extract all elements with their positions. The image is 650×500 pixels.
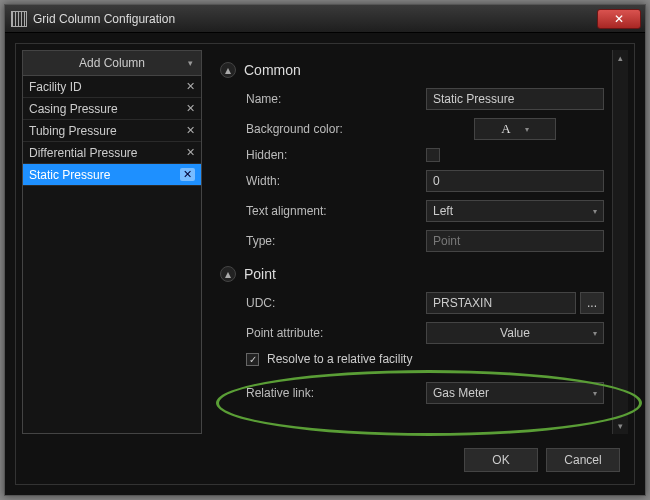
column-item-facility-id[interactable]: Facility ID ✕ <box>23 76 201 98</box>
column-list-pane: Add Column ▾ Facility ID ✕ Casing Pressu… <box>22 50 202 434</box>
column-item-static-pressure[interactable]: Static Pressure ✕ <box>23 164 201 186</box>
align-value: Left <box>433 204 453 218</box>
hidden-label: Hidden: <box>246 148 426 162</box>
name-label: Name: <box>246 92 426 106</box>
font-color-icon: A <box>501 121 510 137</box>
remove-column-icon[interactable]: ✕ <box>186 146 195 159</box>
column-item-differential-pressure[interactable]: Differential Pressure ✕ <box>23 142 201 164</box>
scroll-down-icon[interactable]: ▾ <box>614 419 628 433</box>
window-title: Grid Column Configuration <box>33 12 597 26</box>
add-column-button[interactable]: Add Column ▾ <box>22 50 202 76</box>
chevron-down-icon: ▾ <box>593 207 597 216</box>
chevron-up-icon: ▴ <box>225 63 231 77</box>
chevron-up-icon: ▴ <box>225 267 231 281</box>
name-input[interactable] <box>426 88 604 110</box>
scroll-track[interactable] <box>613 66 628 418</box>
collapse-toggle[interactable]: ▴ <box>220 266 236 282</box>
type-label: Type: <box>246 234 426 248</box>
width-label: Width: <box>246 174 426 188</box>
width-input[interactable] <box>426 170 604 192</box>
bg-color-label: Background color: <box>246 122 426 136</box>
udc-input[interactable] <box>426 292 576 314</box>
common-heading: Common <box>244 62 301 78</box>
vertical-scrollbar[interactable]: ▴ ▾ <box>612 50 628 434</box>
align-label: Text alignment: <box>246 204 426 218</box>
remove-column-icon[interactable]: ✕ <box>180 168 195 181</box>
scroll-up-icon[interactable]: ▴ <box>614 51 628 65</box>
cancel-button[interactable]: Cancel <box>546 448 620 472</box>
content-frame: Add Column ▾ Facility ID ✕ Casing Pressu… <box>15 43 635 485</box>
column-item-casing-pressure[interactable]: Casing Pressure ✕ <box>23 98 201 120</box>
point-attr-value: Value <box>500 326 530 340</box>
app-icon <box>11 11 27 27</box>
dialog-window: Grid Column Configuration ✕ Add Column ▾… <box>4 4 646 496</box>
close-button[interactable]: ✕ <box>597 9 641 29</box>
dialog-body: Add Column ▾ Facility ID ✕ Casing Pressu… <box>5 33 645 495</box>
close-icon: ✕ <box>614 12 624 26</box>
column-item-label: Tubing Pressure <box>29 124 186 138</box>
column-item-label: Differential Pressure <box>29 146 186 160</box>
chevron-down-icon: ▾ <box>593 389 597 398</box>
remove-column-icon[interactable]: ✕ <box>186 124 195 137</box>
properties-pane: ▴ Common Name: Background color: A ▾ <box>212 50 628 434</box>
column-list: Facility ID ✕ Casing Pressure ✕ Tubing P… <box>22 76 202 434</box>
udc-browse-button[interactable]: ... <box>580 292 604 314</box>
relative-link-value: Gas Meter <box>433 386 489 400</box>
align-combo[interactable]: Left ▾ <box>426 200 604 222</box>
common-form: Name: Background color: A ▾ Hidden: Widt… <box>246 88 604 252</box>
point-attr-label: Point attribute: <box>246 326 426 340</box>
udc-label: UDC: <box>246 296 426 310</box>
chevron-down-icon: ▾ <box>188 58 193 68</box>
column-item-label: Static Pressure <box>29 168 180 182</box>
chevron-down-icon: ▾ <box>593 329 597 338</box>
relative-link-label: Relative link: <box>246 386 426 400</box>
add-column-label: Add Column <box>79 56 145 70</box>
resolve-checkbox[interactable]: ✓ <box>246 353 259 366</box>
point-attr-combo[interactable]: Value ▾ <box>426 322 604 344</box>
collapse-toggle[interactable]: ▴ <box>220 62 236 78</box>
hidden-checkbox[interactable] <box>426 148 440 162</box>
remove-column-icon[interactable]: ✕ <box>186 102 195 115</box>
remove-column-icon[interactable]: ✕ <box>186 80 195 93</box>
ok-button[interactable]: OK <box>464 448 538 472</box>
properties-content: ▴ Common Name: Background color: A ▾ <box>212 50 612 434</box>
titlebar: Grid Column Configuration ✕ <box>5 5 645 33</box>
column-item-label: Casing Pressure <box>29 102 186 116</box>
point-form: UDC: ... Point attribute: Value ▾ ✓ <box>246 292 604 404</box>
point-section-header: ▴ Point <box>220 266 604 282</box>
relative-link-combo[interactable]: Gas Meter ▾ <box>426 382 604 404</box>
column-item-tubing-pressure[interactable]: Tubing Pressure ✕ <box>23 120 201 142</box>
chevron-down-icon: ▾ <box>525 125 529 134</box>
point-heading: Point <box>244 266 276 282</box>
column-item-label: Facility ID <box>29 80 186 94</box>
bg-color-picker[interactable]: A ▾ <box>474 118 556 140</box>
resolve-row: ✓ Resolve to a relative facility <box>246 352 604 366</box>
type-input <box>426 230 604 252</box>
common-section-header: ▴ Common <box>220 62 604 78</box>
dialog-button-row: OK Cancel <box>464 448 620 472</box>
resolve-label: Resolve to a relative facility <box>267 352 412 366</box>
